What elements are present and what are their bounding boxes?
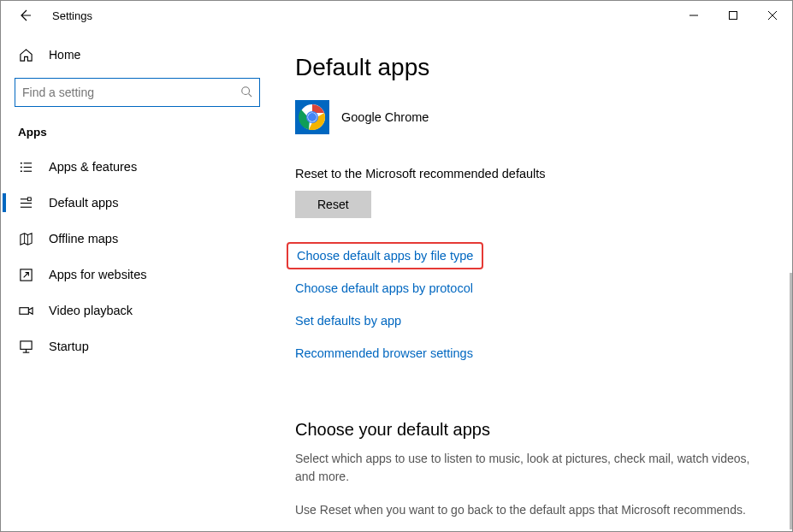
sidebar-home-label: Home	[49, 48, 80, 62]
sidebar-item-label: Apps for websites	[49, 268, 146, 281]
sidebar-item-video-playback[interactable]: Video playback	[3, 293, 272, 328]
maximize-icon	[728, 10, 738, 21]
svg-line-5	[249, 93, 252, 97]
sidebar-item-label: Default apps	[49, 196, 118, 210]
link-list: Choose default apps by file type Choose …	[295, 247, 772, 379]
svg-rect-19	[19, 307, 27, 314]
description-1: Select which apps to use to listen to mu…	[295, 450, 772, 486]
maximize-button[interactable]	[713, 1, 753, 30]
sidebar-item-apps-features[interactable]: Apps & features	[3, 149, 272, 185]
svg-rect-1	[730, 12, 737, 20]
defaults-icon	[18, 195, 33, 210]
sidebar-item-default-apps[interactable]: Default apps	[3, 185, 272, 221]
link-by-app[interactable]: Set defaults by app	[295, 314, 401, 328]
arrow-left-icon	[18, 9, 32, 22]
titlebar: Settings	[1, 1, 792, 30]
link-by-file-type[interactable]: Choose default apps by file type	[287, 242, 483, 269]
page-title: Default apps	[295, 54, 772, 81]
window-controls	[674, 1, 792, 30]
chrome-icon	[295, 100, 329, 134]
main-content: Default apps Google Chrome Reset to the …	[275, 30, 792, 531]
svg-point-26	[308, 113, 317, 121]
sidebar-item-label: Apps & features	[49, 160, 137, 174]
sidebar-item-startup[interactable]: Startup	[3, 328, 272, 364]
sidebar-item-apps-for-websites[interactable]: Apps for websites	[3, 257, 272, 293]
reset-description: Reset to the Microsoft recommended defau…	[295, 167, 772, 180]
sidebar-item-label: Offline maps	[49, 232, 118, 245]
sidebar-section-label: Apps	[3, 119, 272, 149]
link-by-protocol[interactable]: Choose default apps by protocol	[295, 281, 473, 295]
svg-rect-20	[20, 340, 31, 348]
home-icon	[18, 47, 33, 62]
video-icon	[18, 303, 33, 318]
back-button[interactable]	[8, 1, 42, 30]
sidebar-item-label: Startup	[49, 340, 89, 353]
open-in-icon	[18, 267, 33, 282]
close-icon	[767, 10, 778, 21]
search-icon	[240, 86, 252, 100]
sidebar-item-label: Video playback	[49, 304, 133, 317]
reset-button[interactable]: Reset	[295, 191, 371, 218]
default-browser-row[interactable]: Google Chrome	[295, 100, 772, 134]
sidebar-home[interactable]: Home	[3, 40, 272, 69]
scrollbar[interactable]	[790, 273, 792, 529]
sub-heading: Choose your default apps	[295, 420, 772, 440]
description-2: Use Reset when you want to go back to th…	[295, 501, 772, 519]
minimize-icon	[689, 10, 699, 21]
minimize-button[interactable]	[674, 1, 713, 30]
default-browser-name: Google Chrome	[341, 110, 429, 124]
window-title: Settings	[52, 9, 92, 22]
search-input[interactable]	[22, 86, 240, 99]
map-icon	[18, 231, 33, 246]
search-box[interactable]	[15, 78, 260, 107]
list-icon	[18, 159, 33, 174]
startup-icon	[18, 339, 33, 354]
svg-rect-15	[27, 197, 31, 200]
sidebar: Home Apps Apps & features Default apps	[1, 30, 275, 531]
sidebar-item-offline-maps[interactable]: Offline maps	[3, 221, 272, 257]
link-browser-rec[interactable]: Recommended browser settings	[295, 346, 473, 360]
close-button[interactable]	[753, 1, 792, 30]
svg-point-4	[242, 86, 250, 94]
